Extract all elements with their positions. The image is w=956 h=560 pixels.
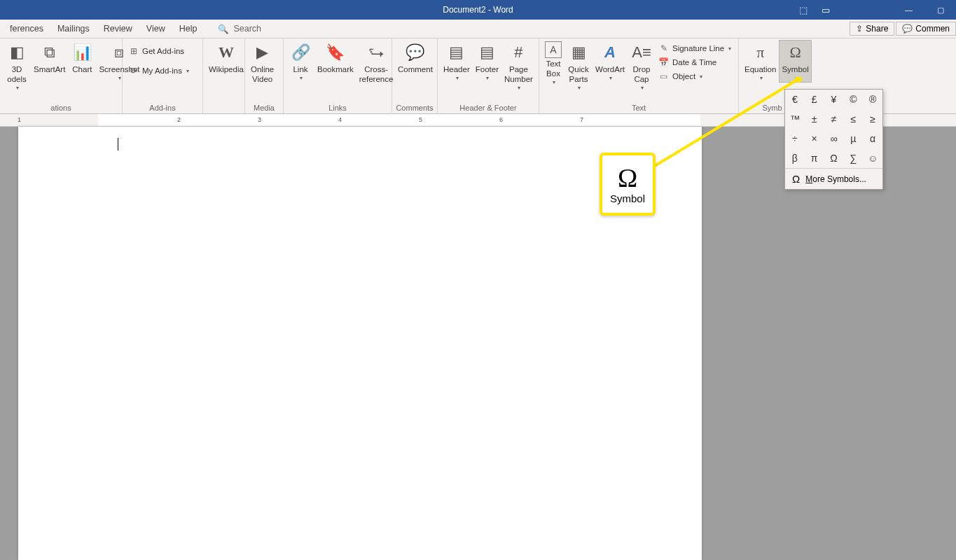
title-bar: Document2 - Word ⬚ ▭ — ▢ [0, 0, 956, 20]
symbol-dropdown: €£¥©®™±≠≤≥÷×∞µαβπΩ∑☺ Ω More Symbols... [784, 89, 883, 190]
smartart-icon: ⧉ [39, 41, 61, 64]
symbol-cell[interactable]: α [863, 129, 882, 148]
comment-insert-button[interactable]: 💬Comment [395, 40, 436, 76]
symbol-cell[interactable]: Ω [824, 148, 844, 168]
symbol-cell[interactable]: π [805, 148, 824, 168]
more-symbols-button[interactable]: Ω More Symbols... [785, 168, 882, 189]
symbol-cell[interactable]: ™ [785, 109, 805, 129]
omega-icon: Ω [784, 41, 807, 64]
symbol-cell[interactable]: ∑ [843, 148, 863, 168]
chart-button[interactable]: 📊Chart [68, 40, 96, 76]
group-label-text: Text [539, 102, 738, 113]
symbol-callout: Ω Symbol [600, 153, 656, 216]
link-icon: 🔗 [289, 41, 312, 64]
date-time-button[interactable]: 📅Date & Time [656, 55, 734, 69]
comment-bubble-icon: 💬 [404, 41, 427, 64]
callout-label: Symbol [610, 192, 645, 204]
ruler-mark: 6 [499, 116, 503, 123]
object-button[interactable]: ▭Object▾ [656, 69, 734, 83]
bookmark-button[interactable]: 🔖Bookmark [314, 40, 356, 76]
textbox-icon: A [545, 41, 562, 58]
calendar-icon: 📅 [658, 57, 670, 68]
restore-icon[interactable]: ▭ [822, 5, 830, 15]
minimize-button[interactable]: — [893, 0, 924, 20]
ruler-mark: 7 [580, 116, 583, 123]
ruler-mark: 5 [419, 116, 422, 123]
share-button[interactable]: ⇪Share [850, 22, 894, 36]
wordart-icon: A [599, 41, 621, 64]
header-icon: ▤ [445, 41, 468, 64]
symbol-cell[interactable]: ± [805, 109, 824, 129]
group-label-links: Links [284, 102, 392, 113]
symbol-cell[interactable]: ¥ [824, 90, 844, 109]
equation-button[interactable]: πEquation▾ [742, 40, 779, 83]
ribbon-display-icon[interactable]: ⬚ [799, 5, 808, 15]
bookmark-icon: 🔖 [324, 41, 347, 64]
symbol-cell[interactable]: € [785, 90, 805, 109]
pi-icon: π [749, 41, 772, 64]
signature-line-button[interactable]: ✎Signature Line▾ [656, 41, 734, 55]
store-icon: ⊞ [128, 46, 139, 57]
symbol-cell[interactable]: β [785, 148, 805, 168]
ruler-page-area [98, 114, 700, 126]
comment-button[interactable]: 💬Commen [896, 22, 956, 36]
video-icon: ▶ [251, 41, 274, 64]
symbol-cell[interactable]: £ [805, 90, 824, 109]
footer-icon: ▤ [476, 41, 498, 64]
search-placeholder: Search [233, 24, 261, 34]
symbol-button[interactable]: ΩSymbol▾ [779, 40, 811, 83]
symbol-cell[interactable]: ☺ [863, 148, 882, 168]
my-addins-button[interactable]: ⟳My Add-ins▾ [125, 64, 192, 78]
symbol-cell[interactable]: © [843, 90, 863, 109]
dropcap-icon: A≡ [630, 41, 653, 64]
symbol-cell[interactable]: µ [843, 129, 863, 148]
text-cursor [118, 138, 118, 150]
tab-mailings[interactable]: Mailings [50, 20, 97, 38]
footer-button[interactable]: ▤Footer▾ [473, 40, 501, 83]
pagenumber-button[interactable]: #Page Number▾ [501, 40, 536, 92]
textbox-button[interactable]: AText Box▾ [542, 40, 564, 87]
online-video-button[interactable]: ▶Online Video [248, 40, 277, 86]
wikipedia-button[interactable]: WWikipedia [206, 40, 247, 76]
tab-view[interactable]: View [139, 20, 172, 38]
pagenum-icon: # [507, 41, 529, 64]
tab-references[interactable]: ferences [3, 20, 50, 38]
signature-icon: ✎ [658, 43, 670, 54]
chart-icon: 📊 [71, 41, 93, 64]
quickparts-button[interactable]: ▦Quick Parts▾ [564, 40, 593, 92]
symbol-cell[interactable]: ÷ [785, 129, 805, 148]
cube-icon: ◧ [6, 41, 28, 64]
ribbon-tabs: ferences Mailings Review View Help 🔍 Sea… [0, 20, 956, 38]
ruler-mark: 3 [258, 116, 261, 123]
get-addins-button[interactable]: ⊞Get Add-ins [125, 44, 192, 58]
dropcap-button[interactable]: A≡Drop Cap▾ [628, 40, 656, 92]
wordart-button[interactable]: AWordArt▾ [593, 40, 628, 83]
omega-icon: Ω [792, 173, 800, 185]
crossref-button[interactable]: ⮑Cross- reference [356, 40, 396, 86]
smartart-button[interactable]: ⧉SmartArt [31, 40, 68, 76]
symbol-cell[interactable]: ≠ [824, 109, 844, 129]
ruler-mark: 1 [18, 116, 21, 123]
symbol-cell[interactable]: ≥ [863, 109, 882, 129]
tab-help[interactable]: Help [172, 20, 205, 38]
group-label-comments: Comments [392, 102, 437, 113]
document-area [0, 127, 956, 560]
search-box[interactable]: 🔍 Search [218, 24, 261, 34]
maximize-button[interactable]: ▢ [924, 0, 956, 20]
comment-icon: 💬 [902, 24, 913, 34]
quickparts-icon: ▦ [567, 41, 590, 64]
more-symbols-label: More Symbols... [805, 174, 866, 184]
tab-review[interactable]: Review [97, 20, 139, 38]
callout-omega-icon: Ω [618, 164, 637, 191]
wikipedia-icon: W [215, 41, 237, 64]
symbol-cell[interactable]: ® [863, 90, 882, 109]
group-label-illustrations: ations [0, 102, 122, 113]
header-button[interactable]: ▤Header▾ [441, 40, 473, 83]
symbol-cell[interactable]: × [805, 129, 824, 148]
group-label-media: Media [245, 102, 283, 113]
3dmodels-button[interactable]: ◧3D odels▾ [3, 40, 31, 92]
ruler-mark: 2 [177, 116, 181, 123]
symbol-cell[interactable]: ≤ [843, 109, 863, 129]
link-button[interactable]: 🔗Link▾ [286, 40, 314, 83]
symbol-cell[interactable]: ∞ [824, 129, 844, 148]
